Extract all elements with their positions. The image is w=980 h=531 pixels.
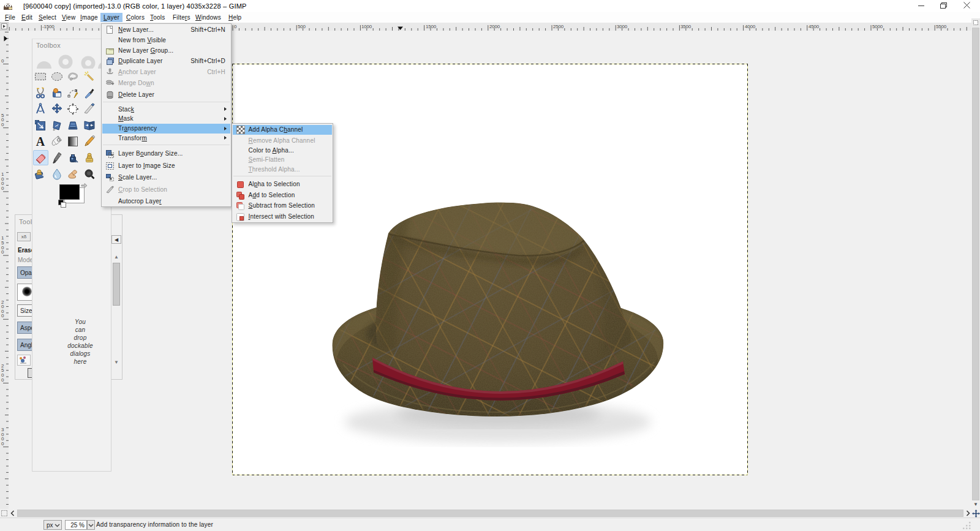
svg-text:5500: 5500 bbox=[936, 24, 947, 29]
svg-text:2500: 2500 bbox=[553, 24, 564, 29]
svg-text:0: 0 bbox=[1, 249, 4, 255]
svg-text:A: A bbox=[36, 135, 45, 148]
svg-text:4500: 4500 bbox=[809, 24, 820, 29]
svg-text:0: 0 bbox=[1, 377, 4, 383]
svg-text:-1500: -1500 bbox=[42, 24, 55, 29]
svg-text:500: 500 bbox=[298, 24, 306, 29]
svg-text:4000: 4000 bbox=[745, 24, 756, 29]
svg-text:3000: 3000 bbox=[617, 24, 628, 29]
svg-text:0: 0 bbox=[1, 58, 4, 64]
svg-text:2000: 2000 bbox=[489, 24, 500, 29]
svg-text:0: 0 bbox=[1, 186, 4, 191]
svg-text:0: 0 bbox=[234, 24, 237, 29]
svg-text:0: 0 bbox=[1, 313, 4, 318]
svg-text:0: 0 bbox=[1, 122, 4, 127]
svg-text:5000: 5000 bbox=[872, 24, 883, 29]
svg-text:3500: 3500 bbox=[680, 24, 692, 29]
svg-text:1500: 1500 bbox=[426, 24, 437, 29]
svg-text:0: 0 bbox=[1, 441, 4, 446]
svg-text:1000: 1000 bbox=[361, 24, 372, 29]
